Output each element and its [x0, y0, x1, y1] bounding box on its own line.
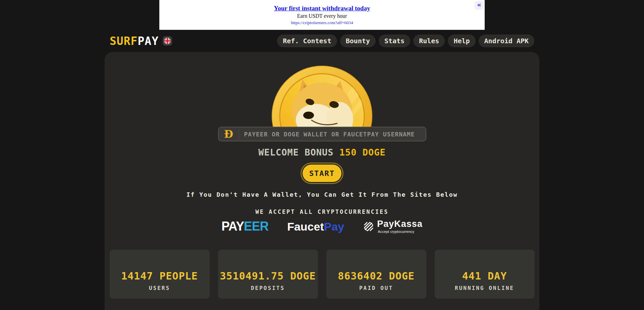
wallet-input-group: Ð: [218, 127, 426, 141]
stat-card-users: 14147 PEOPLE USERS: [110, 250, 210, 299]
paykassa-name: PayKassa: [377, 220, 423, 229]
nav-item-stats[interactable]: Stats: [379, 35, 410, 47]
stat-value: 8636402 DOGE: [338, 270, 415, 282]
paykassa-icon: [363, 221, 374, 232]
nav-item-ref-contest[interactable]: Ref. Contest: [277, 35, 337, 47]
payment-providers: PAYEER FaucetPay PayKassa Accept cryptoc…: [221, 219, 423, 235]
faucetpay-logo-blue: Pay: [324, 220, 344, 233]
language-selector[interactable]: [163, 36, 172, 46]
header: SURFPAY Ref. Contest Bounty Stats Ru: [105, 30, 539, 52]
page: Your first instant withdrawal today Earn…: [0, 0, 644, 310]
ad-link[interactable]: Your first instant withdrawal today: [274, 5, 370, 12]
welcome-bonus-amount: 150 DOGE: [339, 147, 386, 158]
faucetpay-logo[interactable]: FaucetPay: [287, 220, 344, 233]
accept-cryptocurrencies-title: WE ACCEPT ALL CRYPTOCURRENCIES: [255, 208, 388, 215]
stat-label: PAID OUT: [359, 285, 393, 291]
stat-value: 14147 PEOPLE: [121, 270, 198, 282]
chevrons-left-icon: «: [477, 2, 481, 8]
nav: Ref. Contest Bounty Stats Rules Help And…: [277, 35, 534, 47]
welcome-bonus-prefix: WELCOME BONUS: [258, 147, 339, 158]
paykassa-subtext: Accept cryptocurrency: [378, 230, 414, 234]
wallet-hint: If You Don't Have A Wallet, You Can Get …: [186, 191, 458, 198]
paykassa-logo[interactable]: PayKassa Accept cryptocurrency: [363, 220, 423, 234]
stats-row: 14147 PEOPLE USERS 3510491.75 DOGE DEPOS…: [110, 250, 535, 299]
ad-subtitle: Earn USDT every hour: [159, 13, 485, 19]
uk-flag-icon: [164, 37, 171, 45]
nav-item-help[interactable]: Help: [448, 35, 475, 47]
nav-item-bounty[interactable]: Bounty: [340, 35, 376, 47]
start-button[interactable]: START: [303, 165, 341, 182]
stat-card-deposits: 3510491.75 DOGE DEPOSITS: [218, 250, 318, 299]
logo[interactable]: SURFPAY: [110, 35, 172, 48]
wallet-address-input[interactable]: [239, 127, 426, 141]
payeer-logo-white: PAY: [221, 219, 244, 234]
stat-label: RUNNING ONLINE: [455, 285, 514, 291]
stat-label: DEPOSITS: [251, 285, 285, 291]
ad-collapse-button[interactable]: «: [475, 1, 484, 10]
payeer-logo-blue: EER: [244, 219, 268, 234]
faucetpay-logo-white: Faucet: [287, 220, 324, 233]
main-panel: Ð WELCOME BONUS 150 DOGE START If You Do…: [105, 52, 539, 310]
stat-value: 441 DAY: [462, 270, 507, 282]
dogecoin-symbol-icon: Ð: [219, 129, 239, 139]
ad-banner: Your first instant withdrawal today Earn…: [159, 0, 485, 30]
stat-value: 3510491.75 DOGE: [220, 270, 316, 282]
logo-part-surf: SURF: [110, 35, 138, 48]
stat-label: USERS: [149, 285, 170, 291]
logo-text: SURFPAY: [110, 35, 159, 48]
stat-card-running-online: 441 DAY RUNNING ONLINE: [435, 250, 535, 299]
ad-url-link[interactable]: https://criptofarmers.com?aff=6034: [159, 20, 485, 25]
nav-item-rules[interactable]: Rules: [413, 35, 445, 47]
logo-part-pay: PAY: [138, 35, 159, 48]
payeer-logo[interactable]: PAYEER: [221, 219, 268, 234]
nav-item-android-apk[interactable]: Android APK: [479, 35, 534, 47]
welcome-bonus: WELCOME BONUS 150 DOGE: [258, 147, 386, 158]
stat-card-paid-out: 8636402 DOGE PAID OUT: [326, 250, 426, 299]
